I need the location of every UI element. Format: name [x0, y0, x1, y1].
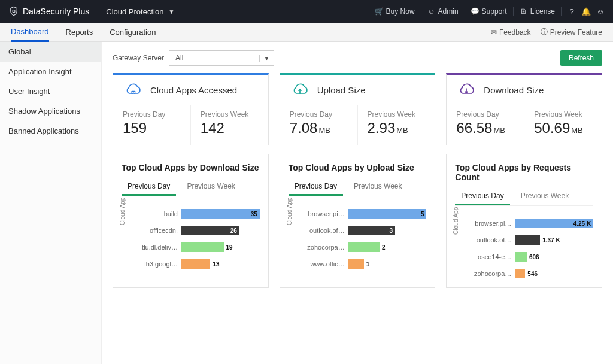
bar-value: 26 [230, 228, 237, 234]
metric-prev-day: Previous Day 7.08MB [280, 105, 357, 145]
bar-row: zohocorpa…2 [306, 241, 427, 254]
bar-row: browser.pi…5 [306, 207, 427, 220]
metric-cards-row: Cloud Apps Accessed Previous Day 159 Pre… [113, 73, 602, 145]
gateway-server-select[interactable]: All ▼ [169, 50, 274, 66]
card-upload-size: Upload Size Previous Day 7.08MB Previous… [280, 73, 436, 145]
sidebar-item-user-insight[interactable]: User Insight [0, 81, 101, 101]
bar-row: www.offic…1 [306, 257, 427, 271]
bar-track: 26 [181, 226, 260, 235]
cloud-check-icon [123, 82, 143, 98]
bar-label: www.offic… [306, 260, 348, 268]
tab-configuration[interactable]: Configuration [110, 23, 156, 41]
bar-track: 5 [348, 209, 427, 219]
bar-fill [348, 242, 380, 252]
bar-fill [181, 209, 260, 219]
separator [421, 7, 421, 16]
module-label: Cloud Protection [106, 7, 163, 16]
panel-tab-prev-week[interactable]: Previous Week [181, 178, 241, 196]
bar-value: 35 [251, 211, 257, 217]
shield-lock-icon [8, 6, 19, 17]
panel-title: Top Cloud Apps by Requests Count [455, 163, 593, 182]
chart-panels-row: Top Cloud Apps by Download Size Previous… [113, 154, 602, 288]
separator [513, 7, 514, 16]
metric-prev-day: Previous Day 66.58MB [447, 105, 524, 145]
bar-label: build [139, 210, 181, 217]
support-link[interactable]: 💬 Support [471, 7, 507, 16]
bar-track: 3 [348, 226, 427, 235]
refresh-button[interactable]: Refresh [560, 50, 602, 66]
svg-rect-0 [13, 10, 15, 13]
bar-label: lh3.googl… [139, 260, 181, 268]
separator [465, 7, 465, 16]
card-title: Cloud Apps Accessed [150, 85, 237, 95]
license-link[interactable]: 🗎 License [520, 7, 555, 16]
bell-icon[interactable]: 🔔 [582, 7, 590, 16]
card-download-size: Download Size Previous Day 66.58MB Previ… [446, 73, 602, 145]
metric-prev-day: Previous Day 159 [113, 105, 190, 145]
bar-fill [348, 259, 364, 269]
sidebar-item-banned-applications[interactable]: Banned Applications [0, 121, 101, 141]
filter-bar: Gateway Server All ▼ Refresh [113, 50, 602, 66]
bar-track: 4.25 K [515, 219, 593, 228]
module-selector[interactable]: Cloud Protection ▼ [106, 7, 174, 16]
bar-value: 1 [366, 261, 370, 268]
sidebar-item-global[interactable]: Global [0, 42, 101, 62]
subnav: Dashboard Reports Configuration ✉Feedbac… [0, 23, 613, 42]
user-icon: ☺ [427, 7, 436, 16]
tab-reports[interactable]: Reports [66, 23, 93, 41]
metric-prev-week: Previous Week 142 [190, 105, 268, 145]
panel-tab-prev-week[interactable]: Previous Week [348, 178, 408, 196]
panel-tab-prev-week[interactable]: Previous Week [515, 188, 575, 205]
bar-value: 1.37 K [542, 237, 560, 244]
chevron-down-icon: ▼ [168, 8, 174, 15]
bar-track: 1 [348, 259, 427, 269]
help-icon[interactable]: ? [568, 7, 576, 16]
bar-track: 606 [515, 252, 593, 262]
panel-upload-size: Top Cloud Apps by Upload Size Previous D… [280, 154, 436, 288]
card-title: Download Size [484, 85, 544, 95]
bar-row: zohocorpa…546 [473, 267, 593, 280]
card-title: Upload Size [317, 85, 366, 95]
bar-track: 1.37 K [515, 235, 593, 245]
panel-tab-prev-day[interactable]: Previous Day [455, 188, 509, 205]
topbar-right: 🛒 Buy Now ☺ Admin 💬 Support 🗎 License ? … [375, 7, 605, 16]
profile-icon[interactable]: ☺ [596, 7, 605, 16]
bar-value: 2 [382, 244, 386, 251]
panel-requests-count: Top Cloud Apps by Requests Count Previou… [446, 154, 602, 288]
info-icon: ⓘ [541, 27, 548, 37]
select-value: All [169, 54, 259, 62]
filter-label: Gateway Server [113, 54, 164, 62]
brand-text: DataSecurity Plus [23, 7, 89, 16]
layout: Global Application Insight User Insight … [0, 42, 613, 364]
panel-tab-prev-day[interactable]: Previous Day [122, 178, 176, 196]
bar-label: officecdn. [139, 227, 181, 234]
sidebar-item-shadow-applications[interactable]: Shadow Applications [0, 101, 101, 121]
admin-link[interactable]: ☺ Admin [427, 7, 459, 16]
bar-track: 13 [181, 259, 260, 269]
bar-fill [515, 269, 525, 278]
panel-title: Top Cloud Apps by Upload Size [289, 163, 427, 172]
bar-value: 19 [226, 244, 233, 251]
y-axis-label: Cloud App [286, 198, 293, 225]
panel-download-size: Top Cloud Apps by Download Size Previous… [113, 154, 269, 288]
bar-label: zohocorpa… [473, 270, 515, 277]
panel-tab-prev-day[interactable]: Previous Day [289, 178, 343, 196]
bar-value: 546 [527, 271, 538, 277]
buy-now-link[interactable]: 🛒 Buy Now [375, 7, 415, 16]
bar-fill [515, 235, 540, 245]
bar-value: 606 [529, 254, 539, 260]
sidebar-item-application-insight[interactable]: Application Insight [0, 62, 101, 81]
bar-track: 19 [181, 242, 260, 252]
preview-feature-link[interactable]: ⓘPreview Feature [541, 27, 602, 37]
panel-title: Top Cloud Apps by Download Size [122, 163, 260, 172]
feedback-link[interactable]: ✉Feedback [491, 28, 531, 37]
separator [561, 7, 562, 16]
sidebar: Global Application Insight User Insight … [0, 42, 102, 364]
tab-dashboard[interactable]: Dashboard [11, 23, 49, 42]
metric-prev-week: Previous Week 50.69MB [524, 105, 602, 145]
topbar: DataSecurity Plus Cloud Protection ▼ 🛒 B… [0, 0, 613, 23]
bar-label: outlook.of… [306, 227, 348, 234]
bar-chart: Cloud App browser.pi…5outlook.of…3zohoco… [289, 207, 427, 271]
bar-value: 13 [213, 261, 219, 268]
metric-prev-week: Previous Week 2.93MB [357, 105, 435, 145]
